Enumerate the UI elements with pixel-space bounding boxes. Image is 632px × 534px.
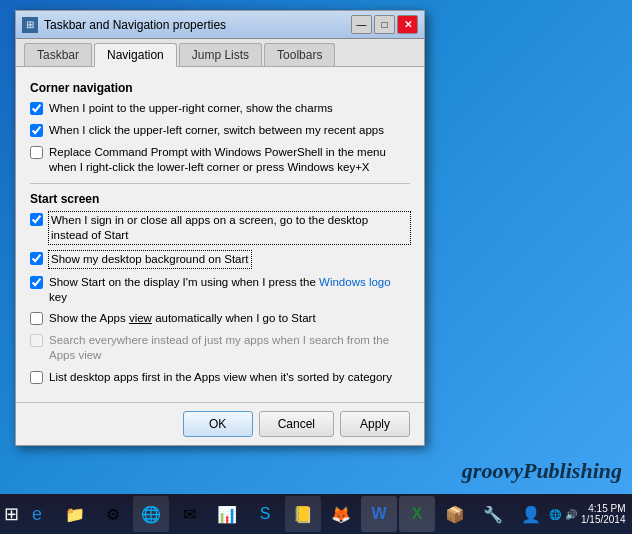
label-chk1: When I point to the upper-right corner, … <box>49 101 333 116</box>
taskbar-item-excel2[interactable]: X <box>399 496 435 532</box>
taskbar-tray: 🌐 🔊 4:15 PM 1/15/2014 <box>549 503 632 525</box>
list-item: Show the Apps view automatically when I … <box>30 311 410 326</box>
cancel-button[interactable]: Cancel <box>259 411 334 437</box>
taskbar-item-onenote[interactable]: 📒 <box>285 496 321 532</box>
checkbox-chk2[interactable] <box>30 124 43 137</box>
list-item: Show my desktop background on Start <box>30 251 410 268</box>
tab-toolbars[interactable]: Toolbars <box>264 43 335 66</box>
dialog-content: Corner navigation When I point to the up… <box>16 67 424 402</box>
taskbar-item-tools[interactable]: 🔧 <box>475 496 511 532</box>
label-chk2: When I click the upper-left corner, swit… <box>49 123 384 138</box>
minimize-button[interactable]: — <box>351 15 372 34</box>
label-chk8: Search everywhere instead of just my app… <box>49 333 410 363</box>
clock-date: 1/15/2014 <box>581 514 626 525</box>
label-chk5: Show my desktop background on Start <box>49 251 251 268</box>
taskbar: ⊞ e 📁 ⚙ 🌐 ✉ 📊 S 📒 🦊 W X 📦 🔧 👤 🌐 🔊 4:15 P… <box>0 494 632 534</box>
checkbox-chk3[interactable] <box>30 146 43 159</box>
dialog-titlebar: ⊞ Taskbar and Navigation properties — □ … <box>16 11 424 39</box>
start-button[interactable]: ⊞ <box>4 496 19 532</box>
list-item: When I click the upper-left corner, swit… <box>30 123 410 138</box>
list-item: List desktop apps first in the Apps view… <box>30 370 410 385</box>
taskbar-item-user[interactable]: 👤 <box>513 496 549 532</box>
corner-navigation-label: Corner navigation <box>30 81 410 95</box>
dialog-title: Taskbar and Navigation properties <box>44 18 226 32</box>
ok-button[interactable]: OK <box>183 411 253 437</box>
tray-icon-network: 🌐 <box>549 509 561 520</box>
label-chk7: Show the Apps view automatically when I … <box>49 311 316 326</box>
checkbox-chk1[interactable] <box>30 102 43 115</box>
checkbox-chk9[interactable] <box>30 371 43 384</box>
label-chk4: When I sign in or close all apps on a sc… <box>49 212 410 244</box>
taskbar-item-settings[interactable]: ⚙ <box>95 496 131 532</box>
checkbox-chk6[interactable] <box>30 276 43 289</box>
apply-button[interactable]: Apply <box>340 411 410 437</box>
tab-jump-lists[interactable]: Jump Lists <box>179 43 262 66</box>
clock-time: 4:15 PM <box>581 503 626 514</box>
list-item: When I point to the upper-right corner, … <box>30 101 410 116</box>
label-chk6: Show Start on the display I'm using when… <box>49 275 410 305</box>
taskbar-item-dropbox[interactable]: 📦 <box>437 496 473 532</box>
checkbox-chk5[interactable] <box>30 252 43 265</box>
apps-view-underline: view <box>129 312 152 324</box>
checkbox-chk7[interactable] <box>30 312 43 325</box>
taskbar-item-mail[interactable]: ✉ <box>171 496 207 532</box>
desktop: groovyPublishing ⊞ Taskbar and Navigatio… <box>0 0 632 534</box>
taskbar-items: e 📁 ⚙ 🌐 ✉ 📊 S 📒 🦊 W X 📦 🔧 👤 <box>19 496 549 532</box>
list-item: Show Start on the display I'm using when… <box>30 275 410 305</box>
taskbar-clock: 4:15 PM 1/15/2014 <box>581 503 626 525</box>
dialog-title-left: ⊞ Taskbar and Navigation properties <box>22 17 226 33</box>
checkbox-chk4[interactable] <box>30 213 43 226</box>
taskbar-item-excel[interactable]: 📊 <box>209 496 245 532</box>
close-button[interactable]: ✕ <box>397 15 418 34</box>
label-chk9: List desktop apps first in the Apps view… <box>49 370 392 385</box>
taskbar-item-firefox[interactable]: 🦊 <box>323 496 359 532</box>
windows-logo-link: Windows logo <box>319 276 391 288</box>
taskbar-item-word[interactable]: W <box>361 496 397 532</box>
button-row: OK Cancel Apply <box>16 402 424 445</box>
list-item: When I sign in or close all apps on a sc… <box>30 212 410 244</box>
list-item: Search everywhere instead of just my app… <box>30 333 410 363</box>
list-item: Replace Command Prompt with Windows Powe… <box>30 145 410 175</box>
label-chk3: Replace Command Prompt with Windows Powe… <box>49 145 410 175</box>
dialog-icon: ⊞ <box>22 17 38 33</box>
tab-bar: Taskbar Navigation Jump Lists Toolbars <box>16 39 424 67</box>
start-screen-label: Start screen <box>30 192 410 206</box>
tab-navigation[interactable]: Navigation <box>94 43 177 67</box>
watermark: groovyPublishing <box>462 458 622 484</box>
maximize-button[interactable]: □ <box>374 15 395 34</box>
taskbar-item-explorer[interactable]: 📁 <box>57 496 93 532</box>
dialog-window: ⊞ Taskbar and Navigation properties — □ … <box>15 10 425 446</box>
divider <box>30 183 410 184</box>
tab-taskbar[interactable]: Taskbar <box>24 43 92 66</box>
taskbar-item-chrome[interactable]: 🌐 <box>133 496 169 532</box>
checkbox-chk8[interactable] <box>30 334 43 347</box>
taskbar-item-skype[interactable]: S <box>247 496 283 532</box>
taskbar-item-ie[interactable]: e <box>19 496 55 532</box>
tray-icon-volume: 🔊 <box>565 509 577 520</box>
dialog-controls: — □ ✕ <box>351 15 418 34</box>
